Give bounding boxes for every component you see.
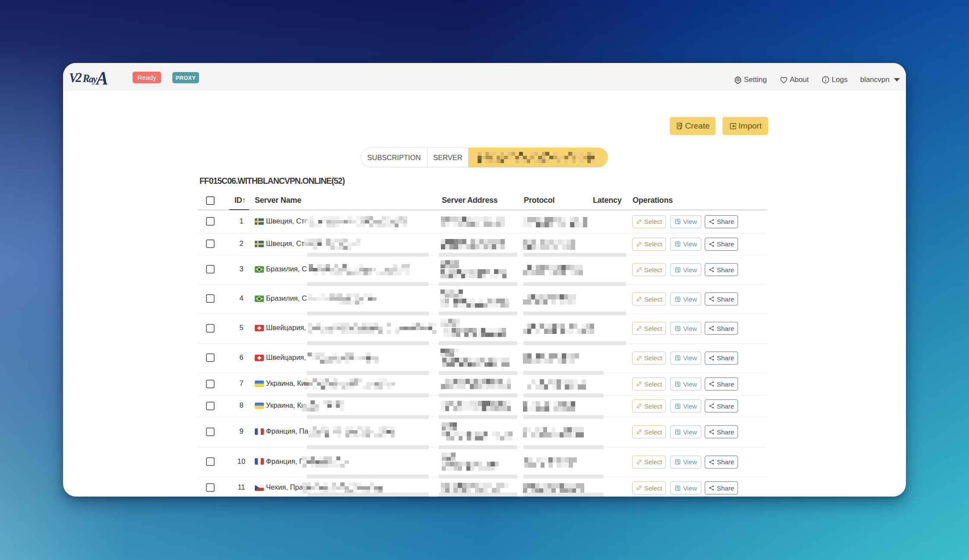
svg-text:A: A [95, 68, 108, 88]
svg-text:2: 2 [75, 70, 82, 85]
